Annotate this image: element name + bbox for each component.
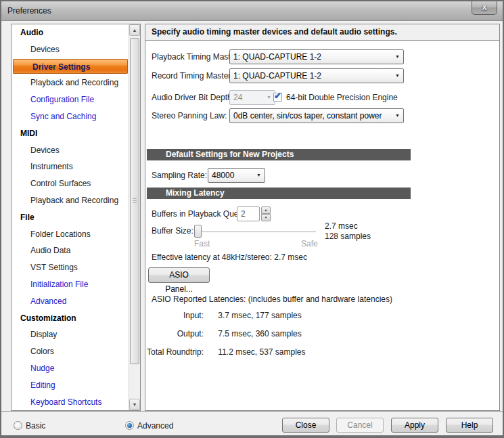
sidebar-nav-list: Audio Devices Driver Settings Playback a… — [12, 24, 129, 410]
double-precision-checkbox[interactable]: ✔ — [273, 93, 282, 102]
spin-down-icon[interactable]: ▼ — [261, 214, 271, 221]
basic-radio-label[interactable]: Basic — [26, 421, 45, 431]
effective-latency-text: Effective latency at 48kHz/stereo: 2.7 m… — [152, 253, 307, 262]
asio-roundtrip-row: Total Roundtrip: 11.2 msec, 537 samples — [145, 347, 306, 357]
asio-input-label: Input: — [145, 311, 204, 320]
sidebar-item-driver-settings[interactable]: Driver Settings — [13, 59, 128, 74]
sidebar-item-keyboard-shortcuts[interactable]: Keyboard Shortcuts — [12, 394, 129, 410]
section-default-settings: Default Settings for New Projects — [147, 149, 411, 160]
sidebar-item-colors[interactable]: Colors — [12, 343, 129, 360]
buffers-queue-stepper: ▲ ▼ — [261, 206, 271, 221]
sidebar-item-audio-data[interactable]: Audio Data — [12, 242, 129, 259]
sidebar-item-editing[interactable]: Editing — [12, 377, 129, 394]
asio-roundtrip-label: Total Roundtrip: — [145, 347, 204, 357]
buffer-size-samples: 128 samples — [325, 232, 371, 241]
panning-law-select[interactable]: 0dB center, sin/cos taper, constant powe… — [229, 108, 404, 123]
scroll-up-icon[interactable]: ▲ — [129, 24, 140, 36]
bit-depth-label: Audio Driver Bit Depth: — [152, 90, 234, 105]
sidebar-scrollbar[interactable]: ▲ ▼ — [129, 24, 140, 410]
asio-output-value: 7.5 msec, 360 samples — [218, 329, 301, 338]
asio-roundtrip-value: 11.2 msec, 537 samples — [218, 347, 305, 357]
panning-law-value: 0dB center, sin/cos taper, constant powe… — [233, 111, 382, 121]
sidebar-item-display[interactable]: Display — [12, 326, 129, 343]
record-timing-master-label: Record Timing Master: — [152, 68, 233, 83]
sampling-rate-label: Sampling Rate: — [152, 168, 207, 183]
buffer-size-msec: 2.7 msec — [325, 221, 358, 231]
scrollbar-thumb[interactable] — [130, 38, 139, 364]
panel-instruction: Specify audio timing master devices and … — [145, 24, 499, 41]
playback-timing-master-select[interactable]: 1: QUAD-CAPTURE 1-2 ▼ — [229, 49, 404, 64]
sidebar-item-instruments[interactable]: Instruments — [12, 158, 129, 175]
bit-depth-select: 24 ▼ — [229, 90, 275, 105]
dialog-footer: Basic Advanced Close Cancel Apply Help — [1, 411, 503, 435]
basic-radio[interactable] — [14, 421, 22, 430]
buffers-queue-label: Buffers in Playback Queue: — [152, 206, 250, 221]
sidebar-header-file: File — [12, 209, 129, 226]
preferences-dialog: Preferences X Audio Devices Driver Setti… — [0, 0, 504, 438]
asio-output-row: Output: 7.5 msec, 360 samples — [145, 329, 302, 338]
sampling-rate-select[interactable]: 48000 ▼ — [208, 168, 265, 183]
preferences-sidebar: Audio Devices Driver Settings Playback a… — [11, 24, 141, 411]
sidebar-header-midi: MIDI — [12, 125, 129, 142]
apply-button[interactable]: Apply — [391, 418, 438, 433]
playback-timing-master-value: 1: QUAD-CAPTURE 1-2 — [233, 52, 321, 62]
chevron-down-icon: ▼ — [256, 169, 261, 182]
close-button[interactable]: Close — [282, 418, 329, 433]
sidebar-item-vst-settings[interactable]: VST Settings — [12, 259, 129, 276]
sidebar-item-sync-caching[interactable]: Sync and Caching — [12, 108, 129, 125]
advanced-radio-label[interactable]: Advanced — [137, 421, 173, 431]
asio-latencies-title: ASIO Reported Latencies: (includes buffe… — [152, 294, 392, 304]
sidebar-item-folder-locations[interactable]: Folder Locations — [12, 226, 129, 243]
asio-output-label: Output: — [145, 329, 204, 338]
spin-up-icon[interactable]: ▲ — [261, 206, 271, 214]
bit-depth-value: 24 — [233, 93, 242, 102]
sampling-rate-value: 48000 — [212, 171, 234, 180]
title-bar[interactable]: Preferences X — [1, 1, 503, 21]
chevron-down-icon: ▼ — [395, 50, 400, 64]
sidebar-item-advanced[interactable]: Advanced — [12, 293, 129, 310]
chevron-down-icon: ▼ — [395, 109, 400, 123]
playback-timing-master-label: Playback Timing Master: — [152, 49, 240, 64]
driver-settings-panel: Specify audio timing master devices and … — [145, 24, 500, 411]
slider-fast-label: Fast — [194, 239, 210, 248]
help-button[interactable]: Help — [446, 418, 493, 433]
sidebar-item-nudge[interactable]: Nudge — [12, 360, 129, 377]
sidebar-item-initialization-file[interactable]: Initialization File — [12, 276, 129, 293]
record-timing-master-value: 1: QUAD-CAPTURE 1-2 — [233, 71, 321, 81]
cancel-button: Cancel — [336, 418, 384, 433]
buffers-queue-input[interactable]: 2 — [237, 206, 260, 221]
scrollbar-grip — [133, 198, 137, 204]
buffer-size-slider-thumb[interactable] — [194, 225, 202, 238]
slider-safe-label: Safe — [301, 239, 318, 248]
advanced-radio[interactable] — [125, 421, 134, 430]
chevron-down-icon: ▼ — [395, 69, 400, 83]
close-icon: X — [482, 3, 486, 12]
asio-input-row: Input: 3.7 msec, 177 samples — [145, 311, 302, 320]
buffer-size-slider-track[interactable] — [194, 231, 316, 232]
scroll-down-icon[interactable]: ▼ — [129, 399, 140, 410]
sidebar-item-audio-devices[interactable]: Devices — [12, 41, 129, 58]
sidebar-header-audio: Audio — [12, 24, 129, 41]
buffer-size-label: Buffer Size: — [152, 223, 193, 238]
chevron-down-icon: ▼ — [267, 91, 271, 104]
asio-input-value: 3.7 msec, 177 samples — [218, 311, 301, 320]
asio-panel-button[interactable]: ASIO Panel... — [148, 267, 210, 283]
checkmark-icon: ✔ — [274, 91, 281, 101]
window-title: Preferences — [7, 6, 51, 16]
section-mixing-latency: Mixing Latency — [147, 188, 411, 199]
sidebar-item-midi-devices[interactable]: Devices — [12, 142, 129, 159]
close-window-button[interactable]: X — [472, 1, 497, 15]
sidebar-item-audio-playback-recording[interactable]: Playback and Recording — [12, 74, 129, 91]
record-timing-master-select[interactable]: 1: QUAD-CAPTURE 1-2 ▼ — [229, 68, 404, 83]
sidebar-item-configuration-file[interactable]: Configuration File — [12, 91, 129, 108]
double-precision-label[interactable]: 64-bit Double Precision Engine — [286, 90, 398, 105]
sidebar-item-control-surfaces[interactable]: Control Surfaces — [12, 175, 129, 192]
sidebar-header-customization: Customization — [12, 310, 129, 327]
sidebar-item-midi-playback-recording[interactable]: Playback and Recording — [12, 192, 129, 209]
panning-law-label: Stereo Panning Law: — [152, 108, 227, 123]
